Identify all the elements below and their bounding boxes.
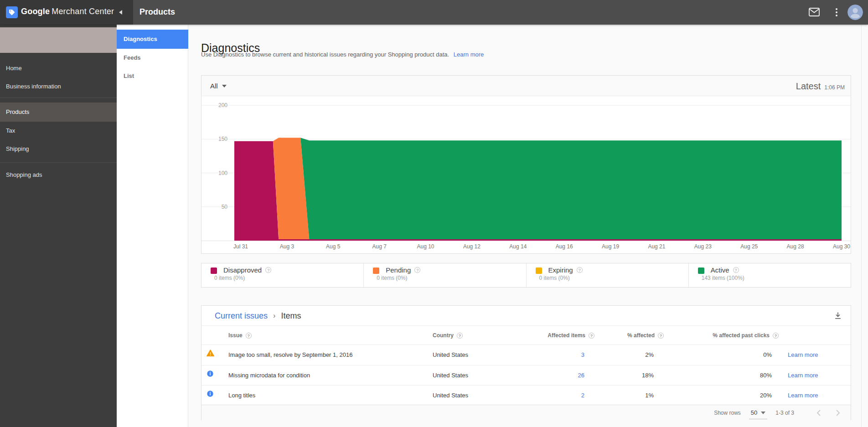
chevron-right-icon[interactable] (832, 407, 843, 418)
issue-title: Missing microdata for condition (228, 365, 310, 386)
brand-title: GoogleMerchant Center (21, 7, 114, 16)
collapse-sidebar-icon[interactable] (118, 9, 124, 15)
chevron-left-icon[interactable] (813, 407, 824, 418)
help-icon[interactable]: ? (457, 333, 463, 339)
subnav-item-list[interactable]: List (117, 67, 188, 85)
subnav-item-feeds[interactable]: Feeds (117, 49, 188, 67)
expiring-swatch-icon (536, 268, 542, 274)
affected-items-link[interactable]: 3 (581, 351, 584, 358)
svg-text:Aug 16: Aug 16 (556, 243, 573, 250)
legend-expiring[interactable]: Expiring? 0 items (0%) (526, 263, 688, 287)
page-title: Products (140, 7, 175, 17)
sidebar-divider (0, 162, 117, 163)
pagination-range: 1-3 of 3 (775, 410, 794, 416)
latest-time: 1:06 PM (824, 84, 845, 91)
rows-per-page-value: 50 (751, 409, 757, 416)
page-description-text: Use Diagnostics to browse current and hi… (201, 51, 449, 58)
chart-legend: Disapproved? 0 items (0%) Pending? 0 ite… (201, 263, 851, 288)
issue-country: United States (433, 386, 468, 406)
learn-more-link[interactable]: Learn more (788, 372, 818, 379)
rows-per-page-select[interactable]: 50 (749, 409, 767, 419)
merchant-center-diagnostics-page: GoogleMerchant Center Products Home Busi… (0, 0, 868, 427)
svg-text:Aug 25: Aug 25 (740, 243, 758, 250)
pct-affected-past-clicks: 20% (703, 386, 772, 406)
more-vert-icon[interactable] (834, 7, 839, 18)
chart-filter-value: All (210, 82, 218, 90)
help-icon[interactable]: ? (577, 267, 583, 273)
help-icon[interactable]: ? (414, 267, 420, 273)
disapproved-swatch-icon (211, 268, 217, 274)
learn-more-link[interactable]: Learn more (454, 51, 484, 58)
help-icon[interactable]: ? (658, 333, 664, 339)
primary-sidebar: Home Business information Products Tax S… (0, 25, 117, 427)
svg-text:50: 50 (222, 204, 228, 210)
svg-text:Aug 19: Aug 19 (602, 243, 619, 250)
affected-items-link[interactable]: 26 (578, 372, 584, 379)
products-subnav: Diagnostics Feeds List (117, 25, 188, 427)
col-affected-items: Affected items (548, 332, 585, 339)
active-swatch-icon (698, 268, 704, 274)
issue-row: Missing microdata for condition United S… (202, 365, 851, 385)
issue-title: Long titles (228, 386, 255, 406)
sidebar-item-shopping-ads[interactable]: Shopping ads (0, 166, 117, 184)
svg-text:150: 150 (218, 136, 227, 142)
sidebar-item-products[interactable]: Products (0, 103, 117, 122)
legend-count: 0 items (0%) (377, 275, 407, 281)
col-issue: Issue (228, 332, 243, 339)
pct-affected-past-clicks: 80% (703, 365, 772, 386)
chart-filter-dropdown[interactable]: All (210, 76, 227, 96)
col-pct-affected-past-clicks: % affected past clicks (713, 332, 770, 339)
help-icon[interactable]: ? (733, 267, 739, 273)
svg-text:Aug 7: Aug 7 (372, 243, 387, 250)
learn-more-link[interactable]: Learn more (788, 351, 818, 358)
affected-items-link[interactable]: 2 (581, 392, 584, 399)
help-icon[interactable]: ? (246, 333, 252, 339)
issue-country: United States (433, 365, 468, 386)
page-scrollbar[interactable] (861, 25, 868, 427)
svg-text:Aug 12: Aug 12 (463, 243, 480, 250)
pct-affected-past-clicks: 0% (703, 345, 772, 365)
main-content: Diagnostics Use Diagnostics to browse cu… (188, 25, 868, 427)
help-icon[interactable]: ? (265, 267, 271, 273)
warning-icon (207, 345, 215, 365)
account-banner (0, 27, 117, 53)
mail-icon[interactable] (809, 8, 821, 17)
legend-active[interactable]: Active? 143 items (100%) (688, 263, 851, 287)
svg-text:Aug 30: Aug 30 (833, 243, 850, 250)
svg-text:Jul 31: Jul 31 (233, 243, 248, 250)
breadcrumb-current-issues-link[interactable]: Current issues (215, 311, 268, 321)
user-avatar[interactable] (847, 5, 863, 20)
download-icon[interactable] (833, 311, 842, 320)
legend-disapproved[interactable]: Disapproved? 0 items (0%) (202, 263, 363, 287)
page-description: Use Diagnostics to browse current and hi… (201, 51, 484, 58)
sidebar-item-business-information[interactable]: Business information (0, 77, 117, 96)
legend-label: Expiring (548, 266, 573, 274)
sidebar-item-shipping[interactable]: Shipping (0, 140, 117, 158)
issues-header: Current issues › Items (202, 306, 851, 326)
help-icon[interactable]: ? (773, 333, 779, 339)
info-icon (207, 386, 215, 406)
subnav-item-diagnostics[interactable]: Diagnostics (117, 30, 188, 49)
table-footer: Show rows 50 1-3 of 3 (202, 405, 851, 421)
issue-row: Image too small, resolve by September 1,… (202, 345, 851, 365)
svg-text:Aug 28: Aug 28 (787, 243, 804, 250)
brand-area: GoogleMerchant Center (0, 0, 133, 25)
sidebar-item-tax[interactable]: Tax (0, 122, 117, 140)
legend-pending[interactable]: Pending? 0 items (0%) (363, 263, 526, 287)
merchant-center-logo-icon[interactable] (6, 6, 18, 18)
chevron-down-icon (761, 412, 765, 414)
breadcrumb-separator: › (273, 312, 275, 320)
svg-text:Aug 21: Aug 21 (648, 243, 665, 250)
col-country: Country (433, 332, 454, 339)
svg-text:100: 100 (218, 170, 227, 176)
learn-more-link[interactable]: Learn more (788, 392, 818, 399)
info-icon (207, 365, 215, 386)
status-chart-card: All Latest 1:06 PM 20015010050Jul 31Aug … (201, 75, 851, 254)
legend-label: Pending (386, 266, 411, 274)
legend-label: Active (711, 266, 729, 274)
svg-text:Aug 23: Aug 23 (694, 243, 712, 250)
pending-swatch-icon (373, 268, 379, 274)
svg-text:Aug 10: Aug 10 (417, 243, 434, 250)
sidebar-item-home[interactable]: Home (0, 59, 117, 77)
chevron-down-icon (222, 85, 227, 87)
